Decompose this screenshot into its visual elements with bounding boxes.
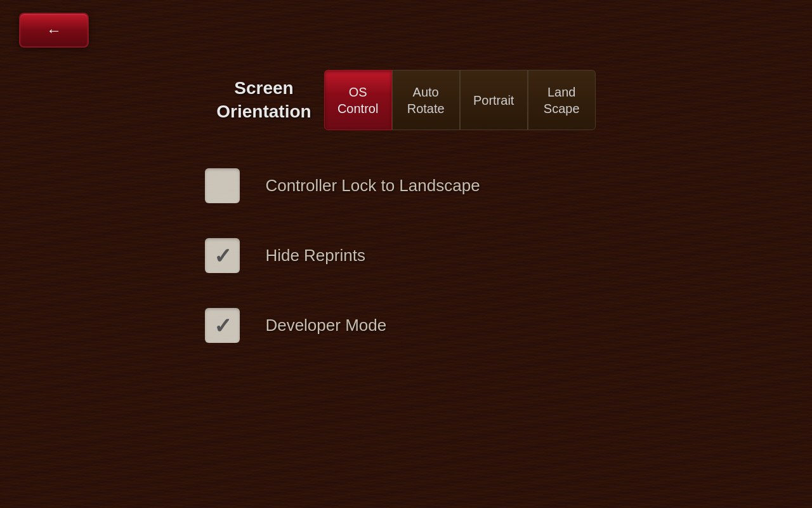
orient-btn-portrait[interactable]: Portrait xyxy=(460,70,528,130)
orient-btn-auto-rotate[interactable]: AutoRotate xyxy=(392,70,460,130)
orientation-label: Screen Orientation xyxy=(216,77,311,123)
checkbox-row-developer-mode: Developer Mode xyxy=(205,308,386,343)
main-content: Screen Orientation OSControl AutoRotate … xyxy=(0,70,812,343)
checkbox-row-controller-lock: Controller Lock to Landscape xyxy=(205,168,480,203)
orientation-row: Screen Orientation OSControl AutoRotate … xyxy=(216,70,595,130)
checkbox-row-hide-reprints: Hide Reprints xyxy=(205,238,365,273)
checkbox-label-hide-reprints: Hide Reprints xyxy=(265,246,365,265)
orient-btn-landscape[interactable]: LandScape xyxy=(528,70,596,130)
orientation-buttons: OSControl AutoRotate Portrait LandScape xyxy=(324,70,596,130)
checkbox-label-controller-lock: Controller Lock to Landscape xyxy=(265,176,480,196)
back-button[interactable]: ← xyxy=(19,13,89,48)
checkbox-controller-lock[interactable] xyxy=(205,168,240,203)
checkbox-developer-mode[interactable] xyxy=(205,308,240,343)
checkbox-label-developer-mode: Developer Mode xyxy=(265,316,386,335)
back-arrow-icon: ← xyxy=(46,23,62,38)
orient-btn-os-control[interactable]: OSControl xyxy=(324,70,392,130)
checkboxes-section: Controller Lock to Landscape Hide Reprin… xyxy=(205,168,480,343)
checkbox-hide-reprints[interactable] xyxy=(205,238,240,273)
